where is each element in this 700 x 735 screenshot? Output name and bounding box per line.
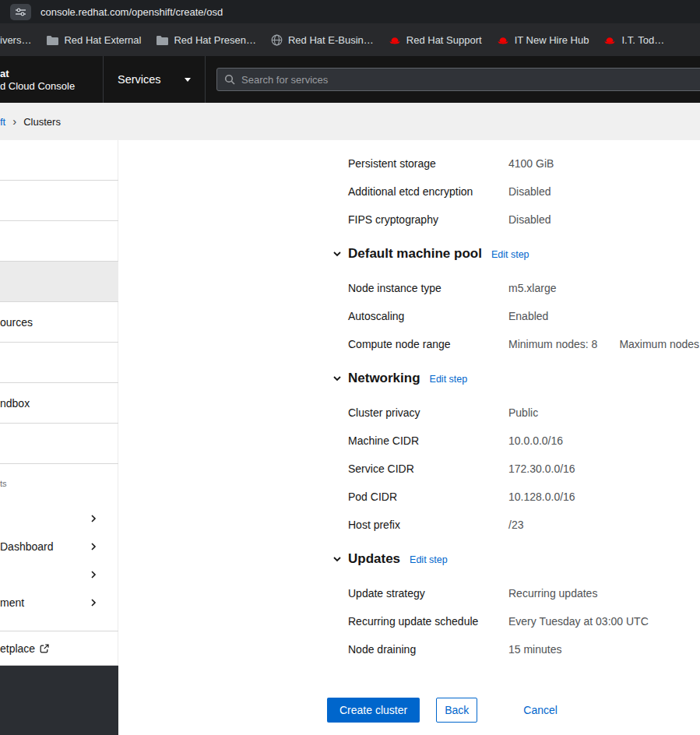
- review-label: Node draining: [348, 643, 508, 656]
- bookmark-item[interactable]: ivers…: [0, 34, 31, 46]
- review-label: Additional etcd encryption: [348, 185, 508, 198]
- section-header-updates: Updates Edit step: [118, 545, 700, 573]
- services-menu-button[interactable]: Services: [104, 56, 205, 103]
- chevron-right-icon: [90, 542, 97, 551]
- edit-step-link[interactable]: Edit step: [491, 249, 529, 260]
- sidebar-footer-panel: [0, 666, 118, 735]
- review-label: Update strategy: [348, 587, 508, 600]
- sidebar-item[interactable]: [0, 343, 118, 383]
- bookmark-item[interactable]: Red Hat External: [46, 34, 141, 46]
- bookmark-item[interactable]: I.T. Tod…: [603, 34, 664, 46]
- chevron-down-icon[interactable]: [332, 249, 342, 258]
- sidebar-group-item-management[interactable]: ment: [0, 589, 118, 617]
- review-row: Additional etcd encryption Disabled: [118, 178, 700, 206]
- logo-text-line2: d Cloud Console: [0, 80, 103, 93]
- external-link-icon: [40, 644, 49, 653]
- sidebar-group-item-dashboard[interactable]: Dashboard: [0, 533, 118, 561]
- review-value: 172.30.0.0/16: [508, 462, 575, 475]
- breadcrumb-openshift-link[interactable]: ft: [0, 116, 5, 128]
- sidebar-group-label: ment: [0, 596, 24, 609]
- bookmark-label: I.T. Tod…: [621, 34, 664, 46]
- review-row: Update strategy Recurring updates: [118, 579, 700, 607]
- bookmark-item[interactable]: IT New Hire Hub: [497, 34, 589, 46]
- globe-icon: [271, 34, 283, 46]
- folder-icon: [46, 35, 58, 45]
- section-title: Updates: [348, 551, 400, 567]
- review-row: Node draining 15 minutes: [118, 635, 700, 663]
- search-icon: [224, 74, 235, 85]
- review-value: Maximum nodes:: [619, 338, 700, 350]
- sidebar-item[interactable]: [0, 221, 118, 262]
- bookmark-label: Red Hat Support: [406, 34, 482, 46]
- review-value: 10.0.0.0/16: [508, 434, 563, 447]
- edit-step-link[interactable]: Edit step: [410, 554, 448, 565]
- review-value: Minimum nodes: 8: [508, 338, 597, 350]
- review-label: Host prefix: [348, 519, 508, 531]
- review-value: Public: [508, 406, 538, 419]
- review-row: FIPS cryptography Disabled: [118, 206, 700, 234]
- bookmark-item[interactable]: Red Hat Presen…: [156, 34, 256, 46]
- sidebar-item-label: etplace: [0, 642, 35, 655]
- sidebar-item[interactable]: [0, 424, 118, 464]
- review-value: 15 minutes: [508, 643, 561, 656]
- back-button[interactable]: Back: [436, 698, 477, 723]
- bookmark-item[interactable]: Red Hat Support: [389, 34, 482, 46]
- chevron-down-icon[interactable]: [332, 374, 342, 383]
- url-text[interactable]: console.redhat.com/openshift/create/osd: [40, 6, 223, 18]
- search-input[interactable]: [241, 74, 700, 86]
- sidebar-item[interactable]: [0, 140, 118, 181]
- create-cluster-button[interactable]: Create cluster: [327, 698, 420, 723]
- edit-step-link[interactable]: Edit step: [430, 374, 468, 385]
- sidebar-item-resources[interactable]: ources: [0, 302, 118, 343]
- chevron-down-icon[interactable]: [332, 554, 342, 564]
- sidebar-item-sandbox[interactable]: ndbox: [0, 383, 118, 424]
- review-label: Service CIDR: [348, 462, 508, 475]
- bookmark-item[interactable]: Red Hat E-Busin…: [271, 34, 374, 46]
- hybrid-cloud-console-logo[interactable]: at d Cloud Console: [0, 66, 103, 93]
- sidebar-group-item[interactable]: [0, 505, 118, 533]
- section-title: Default machine pool: [348, 246, 482, 262]
- section-header-networking: Networking Edit step: [118, 364, 700, 392]
- chevron-right-icon: [90, 570, 97, 579]
- sidebar-section-label: ts: [0, 477, 118, 491]
- bookmarks-bar: ivers… Red Hat External Red Hat Presen… …: [0, 23, 700, 56]
- review-row: Recurring update schedule Every Tuesday …: [118, 607, 700, 635]
- bookmark-label: IT New Hire Hub: [515, 34, 589, 46]
- browser-customize-icon[interactable]: [10, 4, 31, 20]
- review-value: 4100 GiB: [508, 157, 554, 170]
- review-label: Compute node range: [348, 338, 508, 350]
- sidebar-item[interactable]: [0, 181, 118, 221]
- review-list: Persistent storage 4100 GiB Additional e…: [118, 140, 700, 723]
- services-label: Services: [118, 73, 161, 86]
- masthead-divider: [205, 56, 206, 103]
- review-row: Cluster privacy Public: [118, 399, 700, 427]
- sidebar-item-marketplace[interactable]: etplace: [0, 631, 118, 666]
- review-value: Enabled: [508, 310, 548, 322]
- review-row: Pod CIDR 10.128.0.0/16: [118, 483, 700, 511]
- review-value: Disabled: [508, 213, 551, 226]
- review-label: FIPS cryptography: [348, 213, 508, 226]
- red-hat-icon: [603, 34, 616, 45]
- sidebar-item-label: ndbox: [0, 397, 30, 410]
- cancel-button[interactable]: Cancel: [520, 698, 561, 723]
- review-label: Pod CIDR: [348, 491, 508, 503]
- review-row: Persistent storage 4100 GiB: [118, 149, 700, 178]
- chevron-right-icon: [90, 598, 97, 607]
- red-hat-icon: [389, 34, 401, 45]
- bookmark-label: ivers…: [0, 34, 31, 46]
- wizard-footer: Create cluster Back Cancel: [118, 698, 700, 723]
- sidebar-group-item[interactable]: [0, 561, 118, 589]
- review-row: Service CIDR 172.30.0.0/16: [118, 455, 700, 483]
- section-header-default-machine-pool: Default machine pool Edit step: [118, 240, 700, 268]
- bookmark-label: Red Hat E-Busin…: [288, 34, 374, 46]
- review-label: Node instance type: [348, 282, 508, 294]
- review-label: Cluster privacy: [348, 406, 508, 419]
- wizard-review-step: Persistent storage 4100 GiB Additional e…: [118, 140, 700, 735]
- review-label: Recurring update schedule: [348, 615, 508, 628]
- browser-url-bar: console.redhat.com/openshift/create/osd: [0, 0, 700, 23]
- sidebar-item-selected[interactable]: [0, 262, 118, 302]
- logo-text-line1: at: [0, 68, 103, 80]
- breadcrumb: ft › Clusters: [0, 103, 700, 140]
- folder-icon: [156, 35, 168, 45]
- review-value: Recurring updates: [508, 587, 597, 600]
